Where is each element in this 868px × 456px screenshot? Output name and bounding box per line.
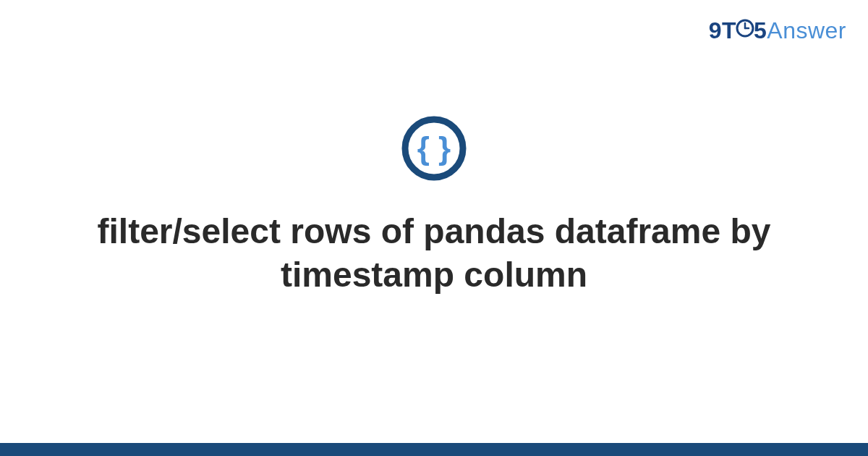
brand-text-part3: Answer [767, 17, 846, 43]
brand-text-part2: 5 [754, 17, 767, 43]
clock-icon [735, 17, 755, 44]
svg-text:{ }: { } [417, 130, 451, 166]
page-title: filter/select rows of pandas dataframe b… [0, 210, 868, 297]
site-brand: 9T5Answer [709, 17, 846, 46]
bottom-accent-bar [0, 443, 868, 456]
code-braces-icon: { } [400, 114, 468, 182]
brand-text-part1: 9T [709, 17, 736, 43]
